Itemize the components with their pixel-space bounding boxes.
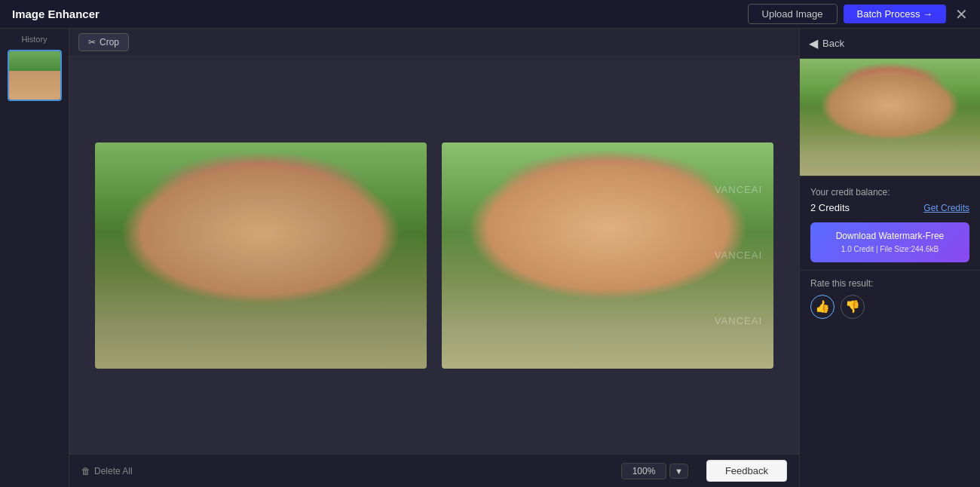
download-sub-label: 1.0 Credit | File Size:244.6kB [821,244,959,255]
back-button-icon[interactable]: ◀ [809,36,818,51]
history-sidebar: History [0,29,69,487]
enhanced-image: VANCEAI VANCEAI VANCEAI [442,142,773,369]
main-content: History ✂ Crop VANCEAI VANCEAI VA [0,29,980,487]
history-thumb-image [9,51,60,100]
zoom-dropdown-button[interactable]: ▼ [669,464,688,479]
delete-all-button[interactable]: 🗑 Delete All [81,466,133,476]
zoom-value: 100% [621,463,666,479]
canvas-toolbar: ✂ Crop [69,29,799,57]
right-panel: ◀ Back Your credit balance: 2 Credits Ge… [799,29,980,487]
result-preview-image [800,59,980,176]
image-comparison-area: VANCEAI VANCEAI VANCEAI [69,57,799,454]
close-button[interactable]: ✕ [955,7,968,22]
crop-icon: ✂ [88,37,96,47]
rate-buttons: 👍 👎 [810,295,969,319]
history-label: History [0,35,69,44]
app-header: Image Enhancer Upload Image Batch Proces… [0,0,980,29]
upload-image-button[interactable]: Upload Image [748,4,838,24]
original-image-wrapper [95,142,427,369]
credit-section: Your credit balance: 2 Credits Get Credi… [800,176,980,270]
right-panel-header: ◀ Back [800,29,980,59]
app-title: Image Enhancer [12,8,748,20]
watermark-overlay: VANCEAI VANCEAI VANCEAI [442,142,773,369]
back-label[interactable]: Back [822,38,844,49]
credit-row: 2 Credits Get Credits [810,202,969,213]
bottom-bar: 🗑 Delete All 100% ▼ Feedback [69,454,799,487]
thumbs-down-button[interactable]: 👎 [841,295,865,319]
rate-label: Rate this result: [810,278,969,289]
delete-icon: 🗑 [81,466,90,476]
download-button[interactable]: Download Watermark-Free 1.0 Credit | Fil… [810,222,969,262]
zoom-control: 100% ▼ [621,463,688,479]
get-credits-link[interactable]: Get Credits [923,203,969,213]
credit-value: 2 Credits [810,202,850,213]
crop-button[interactable]: ✂ Crop [78,33,129,51]
canvas-area: ✂ Crop VANCEAI VANCEAI VANCEAI [69,29,799,487]
original-image [95,142,427,369]
feedback-button[interactable]: Feedback [706,460,787,482]
rate-section: Rate this result: 👍 👎 [800,270,980,326]
delete-all-label: Delete All [94,466,133,476]
batch-process-button[interactable]: Batch Process → [844,5,946,23]
credit-balance-label: Your credit balance: [810,187,969,198]
download-label: Download Watermark-Free [821,230,959,243]
watermark-text-2: VANCEAI [715,250,762,261]
history-thumbnail[interactable] [8,50,62,101]
enhanced-image-wrapper: VANCEAI VANCEAI VANCEAI [442,142,773,369]
watermark-text-3: VANCEAI [715,315,762,326]
watermark-text-1: VANCEAI [715,184,762,195]
crop-label: Crop [100,37,119,47]
thumbs-up-button[interactable]: 👍 [810,295,835,319]
